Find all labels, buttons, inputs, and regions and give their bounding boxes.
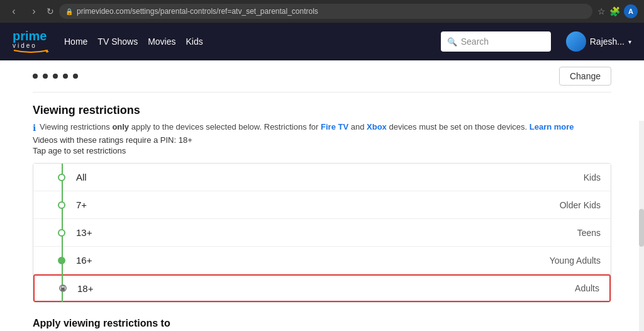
url-text: primevideo.com/settings/parental-control…: [77, 7, 318, 16]
change-button[interactable]: Change: [559, 67, 611, 86]
info-row: ℹ Viewing restrictions only apply to the…: [33, 122, 611, 133]
url-bar[interactable]: 🔒 primevideo.com/settings/parental-contr…: [59, 4, 592, 19]
page-content: Change Viewing restrictions ℹ Viewing re…: [14, 60, 630, 331]
scrollbar-thumb[interactable]: [639, 209, 644, 247]
prime-video-logo[interactable]: prime video: [13, 29, 49, 54]
nav-home[interactable]: Home: [64, 36, 87, 47]
rating-label-all: All: [76, 172, 584, 182]
search-bar[interactable]: 🔍 Search: [441, 31, 551, 52]
svg-rect-1: [61, 288, 65, 291]
viewing-restrictions-title: Viewing restrictions: [33, 104, 611, 117]
tap-notice: Tap age to set restrictions: [33, 146, 611, 155]
video-text: video: [13, 42, 37, 49]
search-placeholder: Search: [461, 36, 545, 47]
pin-notice: Videos with these ratings require a PIN:…: [33, 135, 611, 145]
info-icon: ℹ: [33, 123, 36, 133]
pincode-row: Change: [33, 60, 611, 93]
scrollbar-track: [639, 121, 644, 331]
rating-label-16: 16+: [76, 255, 550, 266]
search-icon: 🔍: [447, 37, 457, 47]
pin-dot-5: [73, 74, 78, 79]
extensions-button[interactable]: 🧩: [609, 6, 620, 16]
audience-label-all: Kids: [584, 172, 601, 182]
dot-18: [59, 284, 67, 292]
learn-more-link[interactable]: Learn more: [530, 122, 574, 132]
dot-16: [58, 257, 65, 264]
apply-title: Apply viewing restrictions to: [33, 318, 611, 329]
rating-item-all[interactable]: All Kids: [33, 164, 611, 191]
rating-item-7[interactable]: 7+ Older Kids: [33, 191, 611, 219]
prime-text: prime: [13, 29, 47, 43]
lock-icon: 🔒: [65, 8, 73, 15]
top-navigation: prime video Home TV Shows Movies Kids 🔍 …: [0, 23, 644, 60]
pin-dot-3: [53, 74, 58, 79]
dot-7: [58, 201, 65, 209]
avatar: [566, 31, 586, 52]
timeline-18: [53, 276, 72, 301]
audience-label-7: Older Kids: [560, 200, 601, 210]
dot-all: [58, 174, 65, 181]
content-area: Change Viewing restrictions ℹ Viewing re…: [0, 60, 644, 331]
user-menu[interactable]: Rajesh... ▾: [566, 31, 631, 52]
rating-item-18[interactable]: 18+ Adults: [33, 274, 611, 302]
main-nav: Home TV Shows Movies Kids: [64, 36, 203, 47]
browser-actions: ☆ 🧩 A: [597, 4, 638, 18]
audience-label-13: Teens: [577, 228, 601, 238]
nav-movies[interactable]: Movies: [148, 36, 175, 47]
star-button[interactable]: ☆: [597, 6, 606, 16]
pin-dot-1: [33, 74, 38, 79]
pin-dot-2: [43, 74, 48, 79]
back-button[interactable]: ‹: [6, 6, 21, 17]
pin-dots: [33, 74, 78, 79]
chrome-profile-button[interactable]: A: [624, 4, 638, 18]
logo-smile: [13, 49, 49, 54]
audience-label-16: Young Adults: [550, 255, 601, 266]
rating-item-13[interactable]: 13+ Teens: [33, 219, 611, 247]
user-name: Rajesh...: [590, 36, 625, 47]
info-text: Viewing restrictions only apply to the d…: [40, 122, 574, 132]
dot-13: [58, 229, 65, 237]
audience-label-18: Adults: [575, 283, 599, 293]
lock-icon: [60, 285, 65, 291]
rating-label-7: 7+: [76, 199, 560, 210]
nav-tv-shows[interactable]: TV Shows: [97, 36, 138, 47]
rating-list: All Kids 7+ Older Kids 13+ Teens: [33, 163, 611, 303]
browser-chrome: ‹ › ↻ 🔒 primevideo.com/settings/parental…: [0, 0, 644, 23]
pin-dot-4: [63, 74, 68, 79]
apply-section: Apply viewing restrictions to All suppor…: [33, 313, 611, 331]
rating-label-18: 18+: [77, 283, 575, 294]
forward-button[interactable]: ›: [26, 6, 42, 17]
nav-kids[interactable]: Kids: [186, 36, 203, 47]
rating-item-16[interactable]: 16+ Young Adults: [33, 247, 611, 274]
chevron-down-icon: ▾: [628, 38, 631, 45]
rating-label-13: 13+: [76, 227, 577, 238]
refresh-button[interactable]: ↻: [47, 6, 54, 16]
